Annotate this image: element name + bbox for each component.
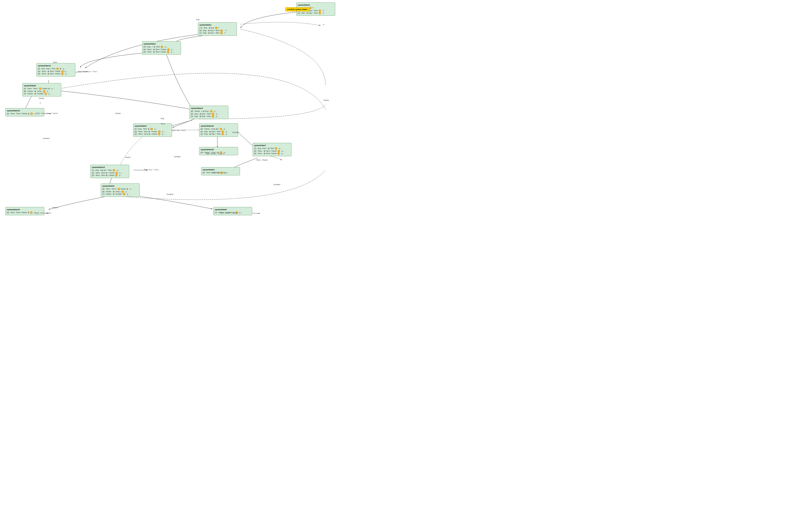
state-syntaxState6: syntaxState6 [0]→Exp : + Term ⊙ · y ... …	[142, 41, 181, 55]
reduce-r4: R[4]= Term '/ Factor ;	[35, 212, 52, 214]
edge-label-term-factor: Term···Factor	[256, 159, 268, 161]
reduce-r0: R[0]= Exp : Exp '+ Term ;	[78, 70, 98, 73]
edge-label-number-lower: 'number'	[174, 155, 181, 158]
state-syntaxState2: syntaxState2 [2]→Exp : Term ⊙ · y ... [3…	[133, 123, 172, 137]
state-syntaxState3: syntaxState3 [5]→Term : Factor ⊙ · y ...	[201, 167, 240, 175]
edge-label-number-left: 'number'	[42, 137, 50, 140]
reduce-r7: R[7]= Factor : 'number' ;	[220, 212, 239, 214]
state-syntaxState9: syntaxState9 [4]→Term : Term / ⊙ Factor …	[101, 183, 140, 197]
state-syntaxState4: syntaxState4 [6]→Factor : ( Exp ) ⊙ · y …	[190, 106, 228, 119]
edge-label-number-bottom: 'number'	[166, 193, 174, 195]
edge-label-factor-bottom: Factor···	[52, 206, 59, 209]
state-syntaxState12: syntaxState12 [1]→Exp : Exp + Term ⊙ · y…	[90, 165, 129, 178]
edge-label-factor-left: Factor	[39, 97, 45, 99]
edge-label-number-far: 'number'	[273, 183, 281, 185]
edge-label-factor-mid: Factor	[115, 112, 121, 114]
state-syntaxState8: syntaxState8 [3]→Term : Term * ⊙ Factor …	[22, 83, 61, 96]
edge-label-factor-right: Factor	[323, 99, 329, 101]
edge-label-number-mid: 'number'	[232, 131, 239, 134]
edge-label-term-11: Term	[53, 61, 57, 63]
state-syntaxState10: syntaxState10 [6]→Factor : ( Exp ) ⊙ · y…	[199, 123, 238, 137]
edge-label-factor-lower: Factor	[125, 156, 131, 159]
reduce-r3: R[3]= Term : Term '* Factor ;	[36, 112, 59, 114]
edge-label-term-mid: Term	[161, 123, 165, 125]
reduce-r6: R[6]= Factor : '(' Exp ')' ;	[206, 152, 225, 155]
edge-label-y: 'Y'	[323, 24, 324, 26]
edge-label-exp-main: Exp	[196, 19, 200, 21]
state-syntaxState1: syntaxState1 [-1]→Exp : Exp ⊙ Y [0]→Exp …	[198, 22, 237, 36]
edge-label-open-paren: '('	[39, 102, 41, 104]
reduce-r1: R[1]= Exp '+ Term ;	[144, 169, 160, 171]
state-syntaxState11: syntaxState11 [0]→Exp : Exp + Term ⊙ · y…	[36, 63, 75, 77]
legend: LALR(1) syntax states	[285, 7, 309, 11]
reduce-r5: R[5]= Term : Factor ;	[211, 172, 228, 174]
reduce-r2: R[2]= Exp : Term ;	[172, 129, 186, 132]
state-syntaxState7: syntaxState7 [1]→Exp : Exp + Term ⊙ · y …	[253, 143, 291, 156]
edge-label-exp-mid: Exp	[161, 117, 164, 119]
